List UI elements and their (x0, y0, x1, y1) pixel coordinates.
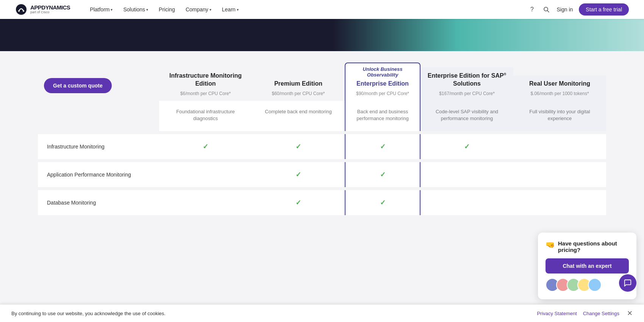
desc-rum: Full visibility into your digital experi… (513, 101, 606, 131)
desc-sap: Code-level SAP visibility and performanc… (420, 101, 513, 131)
feature-check-1-0 (159, 162, 252, 187)
nav-learn[interactable]: Learn ▾ (217, 4, 243, 15)
search-icon[interactable] (542, 5, 550, 14)
pricing-table: Get a custom quote Infrastructure Monito… (38, 63, 606, 215)
feature-row-infra-monitoring: Infrastructure Monitoring ✓ ✓ ✓ ✓ (38, 134, 606, 159)
help-icon[interactable]: ? (528, 5, 536, 14)
feature-check-0-1: ✓ (252, 134, 345, 159)
feature-check-1-2: ✓ (345, 162, 420, 187)
feature-row-db: Database Monitoring ✓ ✓ (38, 190, 606, 215)
edition-price-enterprise: $90/month per CPU Core* (352, 91, 414, 96)
svg-point-1 (18, 10, 20, 12)
pricing-desc-row: Foundational infrastructure diagnostics … (38, 101, 606, 131)
nav-company[interactable]: Company ▾ (181, 4, 216, 15)
chevron-down-icon: ▾ (209, 8, 211, 12)
hero-image (333, 19, 644, 51)
start-trial-button[interactable]: Start a free trial (579, 3, 629, 16)
edition-price-rum: $.06/month per 1000 tokens* (519, 91, 600, 96)
edition-price-premium: $60/month per CPU Core* (258, 91, 339, 96)
main-content: Get a custom quote Infrastructure Monito… (0, 51, 644, 238)
nav-menu: Platform ▾ Solutions ▾ Pricing Company ▾… (85, 4, 528, 15)
custom-quote-button[interactable]: Get a custom quote (44, 78, 112, 93)
svg-line-4 (547, 11, 549, 12)
edition-price-sap: $167/month per CPU Core* (427, 91, 507, 96)
chevron-down-icon: ▾ (146, 8, 148, 12)
desc-infra: Foundational infrastructure diagnostics (159, 101, 252, 131)
edition-name-infra: Infrastructure Monitoring Edition (165, 72, 246, 88)
nav-pricing[interactable]: Pricing (154, 4, 180, 15)
svg-point-2 (23, 10, 24, 12)
pricing-header-row: Get a custom quote Infrastructure Monito… (38, 63, 606, 101)
header-enterprise: Unlock Business Observability Enterprise… (345, 63, 420, 101)
desc-empty (38, 101, 159, 131)
feature-check-0-0: ✓ (159, 134, 252, 159)
desc-enterprise: Back end and business performance monito… (345, 101, 420, 131)
edition-name-premium: Premium Edition (258, 80, 339, 88)
desc-premium: Complete back end monitoring (252, 101, 345, 131)
header-premium: Premium Edition $60/month per CPU Core* (252, 75, 345, 101)
hero-strip (0, 19, 644, 51)
feature-check-2-4 (513, 190, 606, 215)
header-empty-col: Get a custom quote (38, 73, 159, 101)
logo[interactable]: APPDYNAMICS part of Cisco (15, 3, 70, 16)
feature-check-1-4 (513, 162, 606, 187)
svg-point-0 (16, 4, 27, 15)
navbar: APPDYNAMICS part of Cisco Platform ▾ Sol… (0, 0, 644, 19)
feature-check-2-2: ✓ (345, 190, 420, 215)
logo-text-wrap: APPDYNAMICS part of Cisco (30, 5, 70, 14)
nav-solutions[interactable]: Solutions ▾ (119, 4, 153, 15)
feature-check-2-1: ✓ (252, 190, 345, 215)
edition-name-enterprise: Enterprise Edition (352, 80, 414, 88)
brand-name: APPDYNAMICS (30, 5, 70, 11)
feature-check-2-0 (159, 190, 252, 215)
brand-sub: part of Cisco (30, 11, 70, 14)
feature-label-infra-monitoring: Infrastructure Monitoring (38, 134, 159, 159)
chevron-down-icon: ▾ (111, 8, 113, 12)
logo-icon (15, 3, 27, 16)
feature-row-apm: Application Performance Monitoring ✓ ✓ (38, 162, 606, 187)
edition-name-rum: Real User Monitoring (519, 80, 600, 88)
feature-check-0-3: ✓ (420, 134, 513, 159)
feature-label-apm: Application Performance Monitoring (38, 162, 159, 187)
edition-price-infra: $6/month per CPU Core* (165, 91, 246, 96)
feature-check-0-2: ✓ (345, 134, 420, 159)
feature-check-0-4 (513, 134, 606, 159)
sign-in-link[interactable]: Sign in (556, 6, 573, 13)
feature-check-2-3 (420, 190, 513, 215)
feature-check-1-1: ✓ (252, 162, 345, 187)
edition-name-sap: Enterprise Edition for SAP® Solutions (427, 72, 507, 88)
chat-widget: 🤜 Have questions about pricing? Chat wit… (538, 233, 636, 238)
header-sap: Enterprise Edition for SAP® Solutions $1… (420, 67, 513, 101)
nav-platform[interactable]: Platform ▾ (85, 4, 117, 15)
header-infra: Infrastructure Monitoring Edition $6/mon… (159, 67, 252, 101)
feature-check-1-3 (420, 162, 513, 187)
header-rum: Real User Monitoring $.06/month per 1000… (513, 75, 606, 101)
feature-label-db: Database Monitoring (38, 190, 159, 215)
navbar-right: ? Sign in Start a free trial (528, 3, 629, 16)
unlock-label: Unlock Business Observability (352, 66, 414, 78)
chevron-down-icon: ▾ (237, 8, 239, 12)
